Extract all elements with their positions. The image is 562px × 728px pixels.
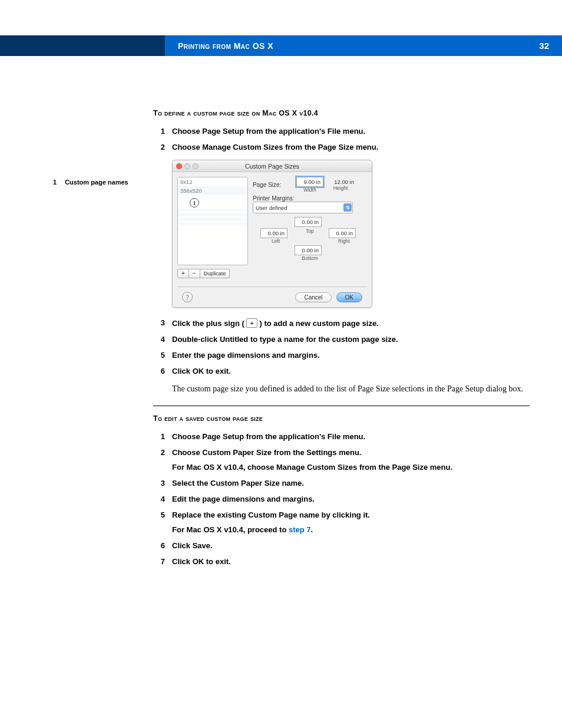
remove-button[interactable]: − bbox=[189, 269, 200, 278]
ok-button[interactable]: OK bbox=[336, 292, 362, 302]
step-num: 1 bbox=[153, 127, 172, 136]
dropdown-value: User defined bbox=[256, 205, 287, 211]
page-name-list[interactable]: 9x12 356x520 1 bbox=[177, 177, 248, 265]
main-column: To define a custom page size on Mac OS X… bbox=[153, 109, 562, 573]
margin-bottom-caption: Bottom bbox=[295, 255, 325, 261]
height-caption: Height bbox=[333, 185, 348, 191]
list-item[interactable]: 356x520 bbox=[178, 186, 247, 195]
duplicate-button[interactable]: Duplicate bbox=[200, 269, 230, 278]
margin-top-caption: Top bbox=[295, 228, 325, 244]
step-row: 3 Click the plus sign ( + ) to add a new… bbox=[153, 318, 530, 328]
margin-left-caption: Left bbox=[260, 238, 291, 244]
list-item: 1 bbox=[178, 195, 247, 209]
step-num: 3 bbox=[153, 318, 172, 328]
step-row: 2 Choose Custom Paper Size from the Sett… bbox=[153, 448, 530, 457]
width-input[interactable]: 9.00 in bbox=[296, 177, 323, 187]
section2-title: To edit a saved custom page size bbox=[153, 414, 530, 423]
section-divider bbox=[153, 406, 530, 406]
step-text: Replace the existing Custom Page name by… bbox=[172, 510, 530, 519]
step-text: Click Save. bbox=[172, 541, 530, 550]
step-text: Click the plus sign ( + ) to add a new c… bbox=[172, 318, 530, 328]
step-num: 3 bbox=[153, 479, 172, 487]
step-row: 3 Select the Custom Paper Size name. bbox=[153, 479, 530, 487]
chevron-updown-icon: ⇅ bbox=[343, 203, 352, 212]
dialog-titlebar: Custom Page Sizes bbox=[173, 160, 372, 172]
step-sub: For Mac OS X v10.4, proceed to step 7. bbox=[172, 525, 530, 534]
step-row: 6 Click Save. bbox=[153, 541, 530, 550]
dialog-title: Custom Page Sizes bbox=[176, 163, 368, 170]
margin-bottom-input[interactable]: 0.00 in bbox=[295, 245, 322, 255]
height-value[interactable]: 12.00 in bbox=[327, 179, 354, 185]
step-row: 7 Click OK to exit. bbox=[153, 557, 530, 566]
margin-right-input[interactable]: 0.00 in bbox=[329, 228, 356, 238]
list-item[interactable]: 9x12 bbox=[178, 177, 247, 186]
step-sub: For Mac OS X v10.4, choose Manage Custom… bbox=[172, 463, 530, 472]
plus-icon: + bbox=[246, 318, 257, 328]
margin-top-input[interactable]: 0.00 in bbox=[295, 217, 322, 227]
width-caption: Width bbox=[303, 187, 316, 193]
step-row: 5 Enter the page dimensions and margins. bbox=[153, 351, 530, 360]
step-num: 2 bbox=[153, 143, 172, 151]
step-row: 4 Edit the page dimensions and margins. bbox=[153, 495, 530, 503]
step-text: Choose Page Setup from the application's… bbox=[172, 432, 530, 441]
callout-label: 1 Custom page names bbox=[53, 179, 147, 186]
header-accent bbox=[0, 35, 165, 56]
list-buttons: + − Duplicate bbox=[177, 269, 248, 278]
margin-right-caption: Right bbox=[329, 238, 359, 244]
page-name-panel: 9x12 356x520 1 + bbox=[177, 177, 248, 278]
section1-title: To define a custom page size on Mac OS X… bbox=[153, 109, 530, 117]
margins-dropdown[interactable]: User defined ⇅ bbox=[253, 202, 353, 213]
step-row: 2 Choose Manage Custom Sizes from the Pa… bbox=[153, 143, 530, 151]
margin-grid: 0.00 in 0.00 in Left Top 0.00 in Right bbox=[253, 217, 367, 262]
step-text: Click OK to exit. bbox=[172, 557, 530, 566]
header-title: Printing from Mac OS X bbox=[178, 41, 273, 51]
callout-num: 1 bbox=[53, 179, 57, 186]
cancel-button[interactable]: Cancel bbox=[295, 292, 331, 302]
step-row: 1 Choose Page Setup from the application… bbox=[153, 432, 530, 441]
dialog-body: 9x12 356x520 1 + bbox=[173, 172, 372, 283]
custom-page-sizes-dialog: Custom Page Sizes 9x12 356x520 1 bbox=[172, 160, 372, 308]
step-num: 7 bbox=[153, 557, 172, 566]
callout-text: Custom page names bbox=[65, 179, 128, 186]
step-text: Double-click Untitled to type a name for… bbox=[172, 335, 530, 344]
step-num: 4 bbox=[153, 335, 172, 344]
page-size-label: Page Size: bbox=[253, 182, 293, 188]
header-content: Printing from Mac OS X 32 bbox=[165, 35, 562, 56]
step-text: Edit the page dimensions and margins. bbox=[172, 495, 530, 503]
step-row: 1 Choose Page Setup from the application… bbox=[153, 127, 530, 136]
page-header: Printing from Mac OS X 32 bbox=[0, 35, 562, 56]
dialog-right-panel: Page Size: 9.00 in Width 12.00 in Height… bbox=[253, 177, 367, 278]
step-num: 5 bbox=[153, 510, 172, 519]
step-text: Choose Manage Custom Sizes from the Page… bbox=[172, 143, 530, 151]
step7-link[interactable]: step 7 bbox=[289, 525, 311, 534]
step-row: 4 Double-click Untitled to type a name f… bbox=[153, 335, 530, 344]
step-text: Enter the page dimensions and margins. bbox=[172, 351, 530, 360]
help-button[interactable]: ? bbox=[182, 292, 193, 302]
margin-column: 1 Custom page names bbox=[0, 109, 153, 573]
body-paragraph: The custom page size you defined is adde… bbox=[172, 383, 530, 395]
content-area: 1 Custom page names To define a custom p… bbox=[0, 56, 562, 573]
step-text: Select the Custom Paper Size name. bbox=[172, 479, 530, 487]
step-num: 5 bbox=[153, 351, 172, 360]
step-num: 6 bbox=[153, 541, 172, 550]
step-num: 6 bbox=[153, 367, 172, 375]
step-text: Click OK to exit. bbox=[172, 367, 530, 375]
step-row: 6 Click OK to exit. bbox=[153, 367, 530, 375]
page-number: 32 bbox=[539, 41, 549, 51]
printer-margins-label: Printer Margins: bbox=[253, 195, 367, 202]
dialog-footer: ? Cancel OK bbox=[177, 286, 367, 307]
step-num: 4 bbox=[153, 495, 172, 503]
step-num: 2 bbox=[153, 448, 172, 457]
step-text: Choose Custom Paper Size from the Settin… bbox=[172, 448, 530, 457]
margin-left-input[interactable]: 0.00 in bbox=[260, 228, 287, 238]
page-size-row: Page Size: 9.00 in Width 12.00 in Height bbox=[253, 177, 367, 193]
step-num: 1 bbox=[153, 432, 172, 441]
step-row: 5 Replace the existing Custom Page name … bbox=[153, 510, 530, 519]
add-button[interactable]: + bbox=[177, 269, 189, 278]
callout-badge: 1 bbox=[190, 198, 199, 207]
step-text: Choose Page Setup from the application's… bbox=[172, 127, 530, 136]
